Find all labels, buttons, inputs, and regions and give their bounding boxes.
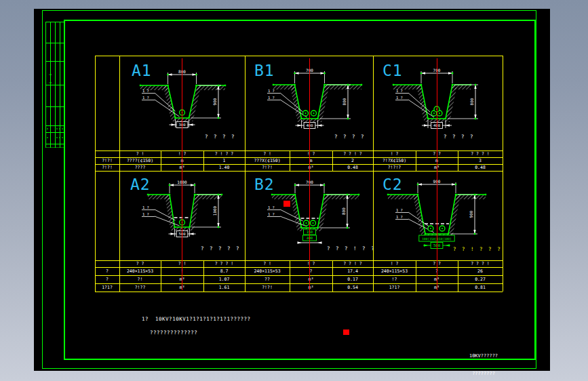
table-cell: ?!?X¢150)	[373, 157, 416, 164]
panel-A1: 8009003001 ?1 ?A1? ? ? ?	[119, 56, 245, 151]
panel-title-C1: C1	[383, 62, 403, 79]
svg-text:1 ?: 1 ?	[268, 212, 275, 216]
table-cell: 1.07	[203, 275, 245, 283]
table-cell: 0.27	[458, 275, 503, 283]
svg-text:1 ?: 1 ?	[142, 96, 149, 100]
table-cell: m	[416, 157, 458, 164]
panel-B2: 7008001504001 ?1 ?B2? ? ? ! ? ?	[245, 171, 373, 260]
table-cell: 17.4	[332, 267, 373, 275]
svg-text:1 ?: 1 ?	[396, 208, 403, 212]
svg-text:? ? ? ?: ? ? ? ?	[444, 134, 475, 140]
drawing-title-line-2: ????????	[446, 371, 521, 377]
trench-drawing-B1: 7008004001 ?1 ?B1? ? ? ?	[245, 56, 373, 151]
svg-text:300: 300	[179, 123, 186, 127]
row-label-cell: ?!?!	[95, 164, 119, 171]
table-cell: 240×115×53	[119, 267, 161, 275]
table-header-cell: ? !	[119, 151, 161, 157]
svg-text:800: 800	[342, 98, 347, 105]
drawing-title-text: 10KV?????? ????????	[446, 341, 521, 381]
table-cell: ??	[245, 275, 290, 283]
svg-text:1000: 1000	[177, 180, 187, 184]
table-cell: 1?1?	[373, 283, 416, 292]
table-cell: m³	[161, 275, 203, 283]
drawing-title-line-1: 10KV??????	[446, 353, 521, 359]
svg-text:700: 700	[433, 68, 441, 73]
svg-text:?: ?	[48, 73, 52, 75]
table-cell: ???X(¢150)	[245, 157, 290, 164]
table-cell: 26	[458, 267, 503, 275]
table-header-cell: ? !	[161, 260, 203, 267]
svg-text:1 ?: 1 ?	[268, 205, 275, 209]
svg-text:1 ?: 1 ?	[396, 89, 403, 93]
panel-C2: 900900100(150)150(100)5001 ?1 ?C2? ? ! ?…	[373, 171, 503, 260]
trench-drawing-A1: 8009003001 ?1 ?A1? ? ? ?	[119, 56, 245, 151]
svg-text:? ? ! ? ? ?: ? ? ! ? ? ?	[453, 246, 502, 252]
row-label-cell: ?	[95, 267, 119, 275]
row-label-cell: 1?1?	[95, 283, 119, 292]
panel-title-A1: A1	[132, 62, 152, 79]
table-cell: m³	[416, 275, 458, 283]
svg-text:1 ?: 1 ?	[396, 215, 403, 219]
table-cell: ????	[119, 164, 161, 171]
svg-text:800: 800	[178, 69, 186, 74]
svg-text:500: 500	[433, 243, 440, 247]
svg-text:? ? ? ! ? ?: ? ? ? ! ? ?	[327, 245, 373, 252]
table-cell: m	[290, 157, 332, 164]
svg-text:400: 400	[433, 123, 440, 127]
svg-text:900: 900	[433, 179, 441, 184]
table-header-cell: ! ?	[373, 260, 416, 267]
svg-text:?: ?	[48, 81, 52, 83]
trench-drawing-C1: 7008004001 ?1 ?C1? ? ? ?	[373, 56, 503, 151]
table-header-cell: ? !	[245, 151, 290, 157]
trench-drawing-C2: 900900100(150)150(100)5001 ?1 ?C2? ? ! ?…	[373, 171, 503, 260]
table-cell: m³	[290, 275, 332, 283]
svg-text:1 ?: 1 ?	[142, 89, 149, 93]
table-cell: 1.40	[203, 164, 245, 171]
table-cell: m³	[290, 164, 332, 171]
panel-title-A2: A2	[130, 176, 151, 193]
table-cell: 0.54	[332, 283, 373, 292]
trench-drawing-B2: 7008001504001 ?1 ?B2? ? ? ! ? ?	[245, 171, 373, 260]
panel-title-B1: B1	[254, 62, 275, 79]
svg-text:400: 400	[307, 236, 313, 240]
svg-text:500: 500	[179, 232, 186, 236]
table-cell: 8.7	[203, 267, 245, 275]
svg-text:700: 700	[306, 68, 313, 73]
panel-A2: 100010005001 ?1 ?A2? ? ? ? ? ! ?	[119, 171, 245, 260]
note-line-1: 1? 10KV?10KV1?1?1?1?1?1?1??????	[142, 316, 251, 322]
table-header-cell: ! ?	[290, 151, 332, 157]
table-cell: 1	[203, 157, 245, 164]
table-cell: m³	[161, 164, 203, 171]
table-cell: m³	[416, 164, 458, 171]
table-header-cell: ? ? ! ?	[332, 260, 373, 267]
table-cell: m³	[290, 283, 332, 292]
table-cell: 1.61	[203, 283, 245, 292]
svg-text:? ? ? ?: ? ? ? ?	[334, 134, 366, 140]
table-cell: ?	[416, 267, 458, 275]
cad-viewport: ?? 8009003001 ?1 ?A1? ? ? ?7008004001 ?1…	[0, 0, 588, 381]
svg-text:1000: 1000	[212, 205, 217, 216]
table-cell: 0.48	[458, 164, 503, 171]
svg-text:1 ?: 1 ?	[142, 205, 149, 209]
row-label-cell: ?!?!	[95, 157, 119, 164]
red-marker-bottom	[343, 329, 349, 335]
table-header-cell: ? ? ? !	[458, 151, 503, 157]
table-cell: !	[161, 267, 203, 275]
panel-C1: 7008004001 ?1 ?C1? ? ? ?	[373, 56, 503, 151]
svg-text:1 ?: 1 ?	[268, 96, 275, 100]
svg-text:? ? ? ?: ? ? ? ?	[205, 134, 236, 140]
svg-text:150: 150	[307, 230, 313, 234]
table-cell: ?!?!?	[373, 164, 416, 171]
row-label-cell: ?	[95, 275, 119, 283]
svg-text:1 ?: 1 ?	[396, 96, 403, 100]
panel-B1: 7008004001 ?1 ?B1? ? ? ?	[245, 56, 373, 151]
svg-text:800: 800	[469, 98, 474, 105]
svg-text:1 ?: 1 ?	[268, 89, 275, 93]
table-cell: 240×115×53	[245, 267, 290, 275]
table-header-cell: ? ? ? !	[203, 260, 245, 267]
table-cell: 0.81	[458, 283, 503, 292]
table-cell: ?!?!	[245, 283, 290, 292]
svg-text:900: 900	[469, 210, 473, 218]
svg-text:400: 400	[307, 123, 313, 127]
table-cell: 0.48	[332, 164, 373, 171]
